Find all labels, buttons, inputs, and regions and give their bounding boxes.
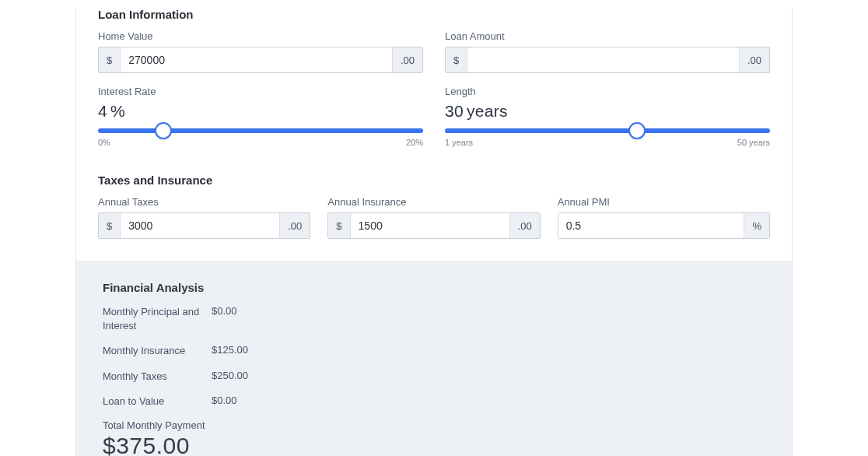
loan-amount-label: Loan Amount [445,30,770,42]
loan-info-heading: Loan Information [98,8,770,21]
annual-insurance-label: Annual Insurance [327,196,540,208]
analysis-label: Monthly Taxes [103,370,212,384]
analysis-row-ltv: Loan to Value $0.00 [103,395,765,409]
length-block: Length 30years 1 years 50 years [445,86,770,147]
interest-rate-label: Interest Rate [98,86,423,97]
length-label: Length [445,86,770,97]
financial-analysis-card: Financial Analysis Monthly Principal and… [76,261,792,456]
percent-suffix: % [744,213,769,238]
home-value-block: Home Value $ .00 [98,30,423,73]
length-thumb[interactable] [628,122,646,139]
annual-pmi-label: Annual PMI [558,196,770,208]
analysis-value: $0.00 [212,305,237,317]
decimal-suffix: .00 [279,213,310,238]
analysis-row-insurance: Monthly Insurance $125.00 [103,344,765,358]
analysis-value: $125.00 [212,344,248,356]
interest-rate-value-display: 4% [98,102,423,121]
analysis-heading: Financial Analysis [103,281,765,294]
interest-rate-number: 4 [98,102,107,120]
total-label: Total Monthly Payment [103,419,765,431]
decimal-suffix: .00 [392,47,422,72]
taxes-heading: Taxes and Insurance [98,174,770,187]
length-max: 50 years [737,138,770,147]
home-value-group: $ .00 [98,47,423,73]
interest-rate-thumb[interactable] [155,122,172,139]
length-number: 30 [445,102,464,120]
currency-prefix: $ [446,47,467,72]
analysis-label: Monthly Insurance [103,344,212,358]
analysis-row-taxes: Monthly Taxes $250.00 [103,370,765,384]
analysis-label: Loan to Value [103,395,212,409]
interest-rate-max: 20% [406,138,423,147]
length-unit: years [467,102,508,120]
annual-pmi-input[interactable] [558,213,744,238]
main-container: Loan Information Home Value $ .00 Loan A… [75,8,793,456]
analysis-value: $0.00 [212,395,237,406]
currency-prefix: $ [328,213,350,238]
loan-amount-group: $ .00 [445,47,770,73]
interest-rate-block: Interest Rate 4% 0% 20% [98,86,423,147]
home-value-input[interactable] [121,47,392,72]
annual-taxes-label: Annual Taxes [98,196,310,208]
analysis-value: $250.00 [212,370,248,381]
interest-rate-unit: % [110,102,125,120]
loan-amount-input[interactable] [467,47,739,72]
annual-taxes-block: Annual Taxes $ .00 [98,196,310,239]
currency-prefix: $ [99,47,121,72]
decimal-suffix: .00 [509,213,540,238]
currency-prefix: $ [99,213,121,238]
annual-insurance-input[interactable] [351,213,509,238]
length-min: 1 years [445,138,473,147]
analysis-label: Monthly Principal and Interest [103,305,212,333]
total-value: $375.00 [103,433,765,456]
loan-amount-block: Loan Amount $ .00 [445,30,770,73]
decimal-suffix: .00 [739,47,769,72]
annual-pmi-block: Annual PMI % [558,196,770,239]
home-value-label: Home Value [98,30,423,42]
interest-rate-min: 0% [98,138,110,147]
length-value-display: 30years [445,102,770,121]
annual-taxes-input[interactable] [121,213,279,238]
length-slider[interactable] [445,128,770,133]
annual-insurance-block: Annual Insurance $ .00 [327,196,540,239]
analysis-row-principal: Monthly Principal and Interest $0.00 [103,305,765,333]
interest-rate-slider[interactable] [98,128,423,133]
